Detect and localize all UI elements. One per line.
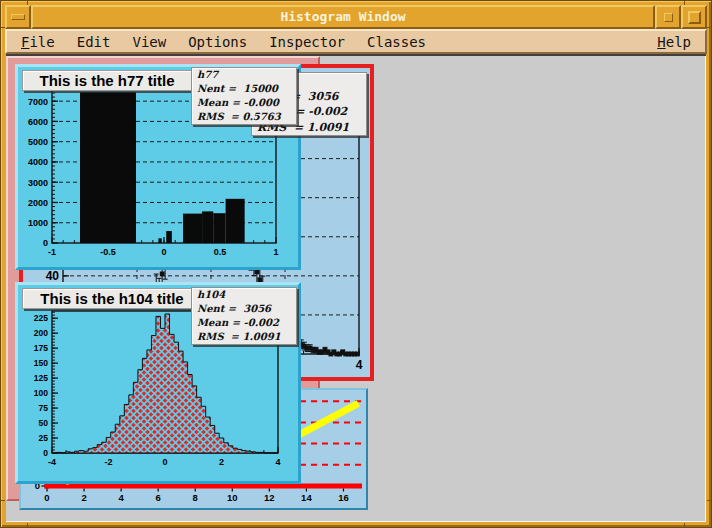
svg-text:100: 100 — [34, 388, 48, 398]
svg-text:4: 4 — [275, 457, 280, 467]
screen: { "window": { "title": "Histogram Window… — [0, 0, 712, 528]
svg-text:-0.5: -0.5 — [100, 247, 116, 257]
svg-text:-2: -2 — [104, 457, 112, 467]
svg-text:0: 0 — [161, 247, 166, 257]
stat-rms: RMS = 0.5763 — [192, 110, 296, 124]
stat-entries: Nent = 3056 — [192, 302, 296, 316]
frame-notch — [27, 523, 28, 527]
stat-rms: RMS = 1.0091 — [192, 330, 296, 344]
svg-text:6: 6 — [156, 492, 161, 503]
window-menu-button[interactable] — [5, 5, 31, 29]
titlebar-row: Histogram Window — [5, 5, 707, 29]
title-box-h77[interactable]: This is the h77 title — [22, 70, 192, 91]
stat-name: h77 — [192, 68, 296, 82]
stat-name: h104 — [192, 288, 296, 302]
title-box-h104[interactable]: This is the h104 title — [22, 288, 202, 309]
stat-mean: Mean = -0.000 — [192, 96, 296, 110]
svg-text:14: 14 — [301, 492, 312, 503]
svg-text:50: 50 — [39, 418, 49, 428]
menu-inspector[interactable]: Inspector — [269, 34, 345, 50]
svg-text:4: 4 — [356, 358, 363, 372]
maximize-icon — [688, 11, 701, 24]
svg-text:1000: 1000 — [28, 218, 48, 228]
menu-help[interactable]: Help — [657, 34, 705, 50]
pad-h77[interactable]: 01000200030004000500060007000-1-0.500.51… — [15, 64, 301, 270]
menu-file[interactable]: File — [21, 34, 55, 50]
svg-text:1: 1 — [273, 247, 278, 257]
menu-edit[interactable]: Edit — [77, 34, 111, 50]
client-area: 020406080100120-4-2024 This is the h101 … — [6, 54, 706, 522]
menu-options[interactable]: Options — [188, 34, 247, 50]
stats-box-h104[interactable]: h104 Nent = 3056 Mean = -0.002 RMS = 1.0… — [191, 287, 297, 345]
frame-notch — [684, 523, 685, 527]
pad-h104[interactable]: 0255075100125150175200225-4-2024 This is… — [15, 282, 301, 484]
svg-text:25: 25 — [39, 433, 49, 443]
svg-text:0.5: 0.5 — [214, 247, 227, 257]
menu-classes[interactable]: Classes — [367, 34, 426, 50]
window-title[interactable]: Histogram Window — [31, 5, 655, 29]
minimize-icon — [664, 13, 673, 22]
svg-text:5000: 5000 — [28, 137, 48, 147]
window-frame[interactable]: Histogram Window File Edit View Options … — [0, 0, 712, 528]
svg-text:125: 125 — [34, 373, 48, 383]
menubar: File Edit View Options Inspector Classes… — [5, 29, 707, 54]
svg-text:150: 150 — [34, 358, 48, 368]
svg-text:4000: 4000 — [28, 157, 48, 167]
svg-text:175: 175 — [34, 343, 48, 353]
svg-text:75: 75 — [39, 403, 49, 413]
svg-text:2: 2 — [219, 457, 224, 467]
svg-text:8: 8 — [193, 492, 198, 503]
frame-notch — [1, 500, 5, 501]
svg-text:-4: -4 — [48, 457, 56, 467]
svg-text:4: 4 — [118, 492, 124, 503]
svg-text:10: 10 — [227, 492, 238, 503]
svg-text:6000: 6000 — [28, 117, 48, 127]
menu-view[interactable]: View — [132, 34, 166, 50]
stats-box-h77[interactable]: h77 Nent = 15000 Mean = -0.000 RMS = 0.5… — [191, 67, 297, 125]
svg-text:2000: 2000 — [28, 198, 48, 208]
svg-text:0: 0 — [44, 492, 49, 503]
stat-mean: Mean = -0.002 — [192, 316, 296, 330]
svg-text:16: 16 — [338, 492, 349, 503]
maximize-button[interactable] — [681, 5, 707, 29]
svg-text:200: 200 — [34, 328, 48, 338]
minimize-button[interactable] — [655, 5, 681, 29]
window-menu-icon — [11, 14, 25, 20]
frame-notch — [707, 27, 711, 28]
svg-text:225: 225 — [34, 313, 48, 323]
svg-text:0: 0 — [162, 457, 167, 467]
svg-text:3000: 3000 — [28, 178, 48, 188]
svg-text:2: 2 — [81, 492, 86, 503]
svg-text:12: 12 — [264, 492, 275, 503]
svg-text:7000: 7000 — [28, 97, 48, 107]
svg-text:-1: -1 — [48, 247, 56, 257]
stat-entries: Nent = 15000 — [192, 82, 296, 96]
frame-notch — [707, 500, 711, 501]
